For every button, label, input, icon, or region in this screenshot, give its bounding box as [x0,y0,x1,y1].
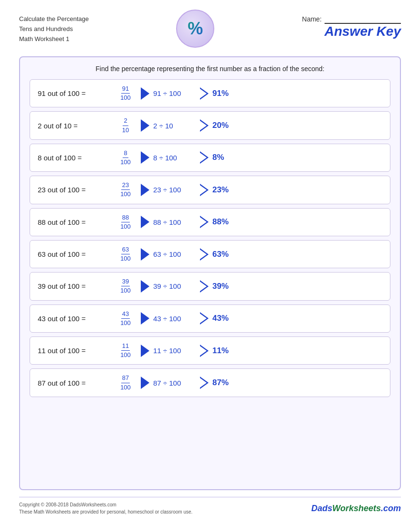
fraction-8: 43 100 [117,310,134,327]
percent-symbol: % [188,19,203,39]
problems-container: 91 out of 100 = 91 100 91 ÷ 100 91% 2 ou… [30,79,390,397]
footer-note: These Math Worksheets are provided for p… [19,508,192,515]
arrow-outline-2 [200,119,209,132]
division-6: 63 ÷ 100 [153,250,196,258]
header-left: Calculate the Percentage Tens and Hundre… [19,14,89,44]
answer-key-label: Answer Key [325,24,401,39]
arrow-outline-1 [200,87,209,100]
problem-row-9: 11 out of 100 = 11 100 11 ÷ 100 11% [30,336,390,365]
answer-8: 43% [212,314,241,323]
brand-worksheets: Worksheets [332,504,381,513]
instructions: Find the percentage representing the fir… [30,65,390,73]
arrow-filled-9 [141,345,149,357]
problem-row-4: 23 out of 100 = 23 100 23 ÷ 100 23% [30,176,390,204]
title-line2: Tens and Hundreds [19,24,89,34]
division-3: 8 ÷ 100 [153,154,196,162]
footer-brand: DadsWorksheets.com [311,504,401,514]
fraction-5: 88 100 [117,213,134,231]
brand-dads: Dads [311,504,332,513]
numerator-6: 63 [121,245,130,254]
answer-6: 63% [212,250,241,259]
footer: Copyright © 2008-2018 DadsWorksheets.com… [19,497,401,515]
denominator-7: 100 [119,286,132,295]
name-line: Name: [302,14,401,24]
problem-row-6: 63 out of 100 = 63 100 63 ÷ 100 63% [30,240,390,268]
name-label: Name: [302,15,322,23]
problem-row-8: 43 out of 100 = 43 100 43 ÷ 100 43% [30,304,390,333]
arrow-filled-8 [141,312,149,325]
division-7: 39 ÷ 100 [153,282,196,290]
fraction-3: 8 100 [117,149,134,167]
problem-row-2: 2 out of 10 = 2 10 2 ÷ 10 20% [30,111,390,139]
answer-1: 91% [212,89,241,98]
problem-text-3: 8 out of 100 = [38,154,114,162]
division-10: 87 ÷ 100 [153,379,196,387]
arrow-filled-7 [141,280,149,293]
main-content-box: Find the percentage representing the fir… [19,56,401,490]
fraction-7: 39 100 [117,277,134,295]
title-line1: Calculate the Percentage [19,14,89,24]
arrow-outline-4 [200,184,209,196]
answer-4: 23% [212,185,241,195]
numerator-9: 11 [121,342,130,351]
problem-row-1: 91 out of 100 = 91 100 91 ÷ 100 91% [30,79,390,107]
arrow-outline-9 [200,345,209,357]
problem-text-5: 88 out of 100 = [38,218,114,226]
answer-10: 87% [212,378,241,388]
arrow-filled-3 [141,151,149,164]
header: Calculate the Percentage Tens and Hundre… [19,14,401,48]
problem-text-4: 23 out of 100 = [38,186,114,194]
numerator-7: 39 [121,277,130,286]
arrow-outline-6 [200,248,209,261]
denominator-10: 100 [119,383,132,392]
fraction-1: 91 100 [117,84,134,102]
percent-icon: % [176,10,214,48]
numerator-3: 8 [123,149,128,158]
arrow-outline-3 [200,151,209,164]
numerator-8: 43 [121,310,130,319]
arrow-filled-1 [141,87,149,100]
fraction-2: 2 10 [117,116,134,134]
problem-row-7: 39 out of 100 = 39 100 39 ÷ 100 39% [30,272,390,300]
header-right: Name: Answer Key [302,14,401,39]
brand-com: .com [381,504,401,513]
fraction-9: 11 100 [117,342,134,359]
division-2: 2 ÷ 10 [153,122,196,130]
problem-text-2: 2 out of 10 = [38,122,114,130]
arrow-outline-10 [200,377,209,389]
problem-text-9: 11 out of 100 = [38,346,114,355]
fraction-6: 63 100 [117,245,134,263]
copyright: Copyright © 2008-2018 DadsWorksheets.com [19,501,192,508]
answer-2: 20% [212,121,241,130]
denominator-8: 100 [119,319,132,327]
answer-3: 8% [212,153,241,162]
denominator-1: 100 [119,94,132,102]
arrow-filled-5 [141,216,149,228]
problem-row-3: 8 out of 100 = 8 100 8 ÷ 100 8% [30,144,390,172]
division-8: 43 ÷ 100 [153,315,196,323]
problem-text-10: 87 out of 100 = [38,379,114,387]
denominator-2: 10 [121,126,130,135]
denominator-4: 100 [119,190,132,199]
denominator-9: 100 [119,351,132,359]
denominator-3: 100 [119,158,132,167]
problem-text-6: 63 out of 100 = [38,250,114,258]
arrow-outline-5 [200,216,209,228]
header-center: % [176,10,214,48]
arrow-filled-6 [141,248,149,261]
problem-row-10: 87 out of 100 = 87 100 87 ÷ 100 87% [30,368,390,397]
name-field[interactable] [325,14,401,24]
footer-left: Copyright © 2008-2018 DadsWorksheets.com… [19,501,192,515]
problem-text-7: 39 out of 100 = [38,282,114,290]
fraction-4: 23 100 [117,181,134,199]
answer-9: 11% [212,346,241,356]
denominator-5: 100 [119,222,132,231]
problem-row-5: 88 out of 100 = 88 100 88 ÷ 100 88% [30,208,390,236]
arrow-outline-8 [200,312,209,325]
arrow-filled-4 [141,184,149,196]
division-5: 88 ÷ 100 [153,218,196,226]
numerator-5: 88 [121,213,130,222]
page: Calculate the Percentage Tens and Hundre… [0,0,420,525]
fraction-10: 87 100 [117,374,134,391]
numerator-10: 87 [121,374,130,383]
